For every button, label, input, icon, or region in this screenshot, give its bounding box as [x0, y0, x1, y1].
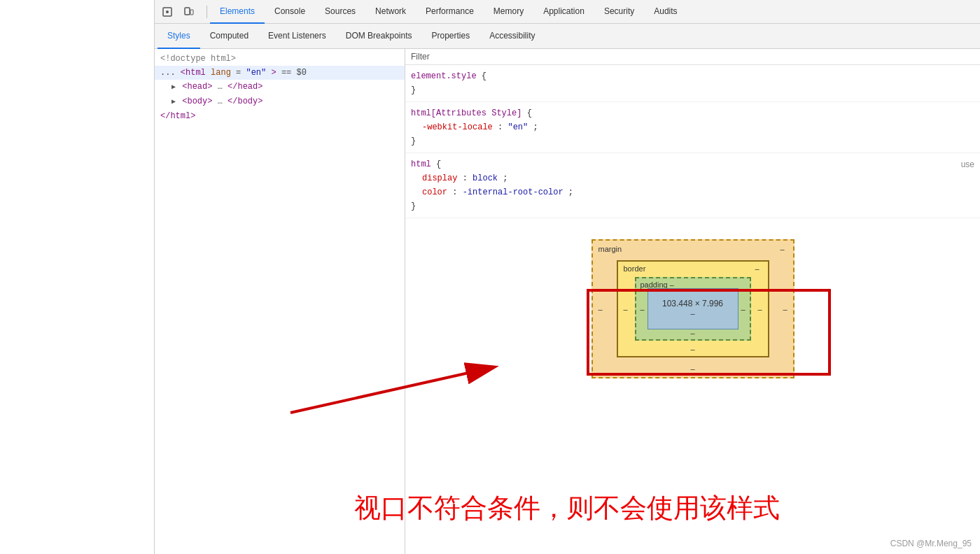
box-model-area: margin – – – – border: [405, 218, 980, 392]
border-right-dash: –: [757, 305, 762, 313]
doctype-text: <!doctype html>: [160, 54, 236, 64]
tab-elements[interactable]: Elements: [210, 0, 265, 24]
webkit-semicolon: ;: [533, 122, 538, 132]
dom-body-open: <body>: [182, 97, 212, 106]
svg-point-1: [166, 10, 169, 13]
cursor-icon-button[interactable]: [158, 3, 177, 21]
expand-head-icon[interactable]: ▶: [172, 83, 176, 91]
tab-performance[interactable]: Performance: [416, 0, 484, 24]
dom-panel[interactable]: <!doctype html> ... <html lang = "en" > …: [155, 49, 405, 554]
dom-equals-sign: == $0: [281, 68, 307, 78]
dom-body-line[interactable]: ▶ <body> … </body>: [155, 94, 405, 109]
tab-network[interactable]: Network: [365, 0, 416, 24]
display-prop: display: [422, 173, 457, 183]
border-bottom-dash: –: [690, 345, 694, 353]
html-attrs-selector: html[Attributes Style]: [411, 108, 527, 118]
webkit-locale-value: "en": [507, 122, 528, 132]
color-value: -internal-root-color: [463, 187, 564, 197]
devtools-main: <!doctype html> ... <html lang = "en" > …: [155, 49, 980, 554]
dom-body-ellipsis: …: [218, 97, 223, 106]
html-close-brace: }: [411, 201, 416, 211]
tab-sources[interactable]: Sources: [315, 0, 365, 24]
margin-bottom-dash: –: [690, 364, 694, 373]
margin-box: margin – – – – border: [592, 239, 794, 378]
element-style-close-brace: }: [411, 85, 416, 95]
padding-box: padding – – – – 103.448 × 7.996: [635, 277, 751, 341]
devtools-toolbar: Elements Console Sources Network Perform…: [155, 0, 980, 24]
chinese-annotation-text: 视口不符合条件，则不会使用该样式: [154, 490, 980, 526]
display-semicolon: ;: [503, 173, 507, 183]
element-style-selector: element.style: [411, 71, 482, 81]
expand-body-icon[interactable]: ▶: [172, 98, 176, 106]
subtab-properties[interactable]: Properties: [421, 24, 479, 49]
dom-body-close: </body>: [227, 97, 262, 106]
toolbar-tabs: Elements Console Sources Network Perform…: [210, 0, 687, 23]
html-color-prop: color : -internal-root-color ;: [411, 185, 974, 199]
color-colon: :: [452, 187, 462, 197]
html-attrs-open-brace: {: [527, 108, 532, 118]
device-toolbar-icon-button[interactable]: [178, 3, 198, 21]
html-open-brace: {: [436, 159, 441, 169]
styles-section-html: html { use display : block ; color : -in…: [405, 153, 980, 218]
padding-left-dash: –: [640, 305, 645, 313]
content-size: 103.448 × 7.996: [662, 299, 723, 308]
toolbar-separator: [206, 6, 207, 18]
dom-html-close: >: [271, 68, 276, 78]
styles-section-element: element.style { }: [405, 65, 980, 102]
subtab-accessibility[interactable]: Accessibility: [479, 24, 545, 49]
color-semicolon: ;: [568, 187, 573, 197]
devtools-panel: Elements Console Sources Network Perform…: [154, 0, 980, 554]
screenshot-area: [0, 0, 154, 554]
tab-application[interactable]: Application: [533, 0, 594, 24]
dom-ellipsis: ...: [160, 68, 176, 78]
dom-html-tag: <html: [181, 68, 211, 78]
tab-audits[interactable]: Audits: [644, 0, 687, 24]
padding-right-dash: –: [741, 305, 745, 313]
filter-label: Filter: [411, 52, 430, 62]
dom-head-ellipsis: …: [218, 82, 223, 92]
content-box: 103.448 × 7.996 –: [648, 288, 738, 329]
use-label: use: [961, 157, 974, 171]
border-box: border – – – – padd: [617, 260, 769, 357]
dom-html-close-line: </html>: [155, 109, 405, 123]
element-style-open-brace: {: [482, 71, 486, 81]
border-left-dash: –: [624, 305, 628, 313]
watermark: CSDN @Mr.Meng_95: [890, 539, 972, 548]
html-selector: html: [411, 159, 436, 169]
margin-left-dash: –: [598, 305, 603, 313]
svg-rect-3: [190, 10, 193, 15]
subtab-event-listeners[interactable]: Event Listeners: [258, 24, 336, 49]
subtab-computed[interactable]: Computed: [200, 24, 258, 49]
subtab-dom-breakpoints[interactable]: DOM Breakpoints: [336, 24, 422, 49]
dom-head-line[interactable]: ▶ <head> … </head>: [155, 80, 405, 94]
devtools-subtoolbar: Styles Computed Event Listeners DOM Brea…: [155, 24, 980, 49]
color-prop: color: [422, 187, 447, 197]
html-attrs-prop-webkit: -webkit-locale : "en" ;: [411, 120, 974, 134]
webkit-locale-prop: -webkit-locale: [422, 122, 493, 132]
dom-head-close: </head>: [227, 82, 262, 92]
styles-panel[interactable]: Filter element.style { } html[Attributes…: [405, 49, 980, 554]
toolbar-icons: [158, 3, 198, 21]
content-bottom-dash: –: [690, 309, 694, 318]
html-display-prop: display : block ;: [411, 171, 974, 185]
tab-security[interactable]: Security: [594, 0, 644, 24]
styles-filter: Filter: [405, 49, 980, 65]
margin-top-dash: –: [780, 245, 784, 253]
dom-lang-attr: lang: [211, 68, 231, 78]
display-value: block: [472, 173, 498, 183]
dom-html-line[interactable]: ... <html lang = "en" > == $0: [155, 66, 405, 80]
display-colon: :: [463, 173, 472, 183]
dom-lang-value: "en": [246, 68, 266, 78]
tab-console[interactable]: Console: [265, 0, 315, 24]
webkit-colon: :: [498, 122, 507, 132]
padding-bottom-dash: –: [690, 329, 694, 337]
dom-doctype-line: <!doctype html>: [155, 52, 405, 66]
border-label: border: [624, 264, 646, 273]
margin-label: margin: [598, 245, 622, 253]
styles-section-html-attrs: html[Attributes Style] { -webkit-locale …: [405, 102, 980, 153]
dom-head-open: <head>: [182, 82, 212, 92]
margin-right-dash: –: [783, 305, 787, 313]
subtab-styles[interactable]: Styles: [158, 24, 200, 49]
box-model-container: margin – – – – border: [592, 239, 794, 378]
tab-memory[interactable]: Memory: [484, 0, 533, 24]
